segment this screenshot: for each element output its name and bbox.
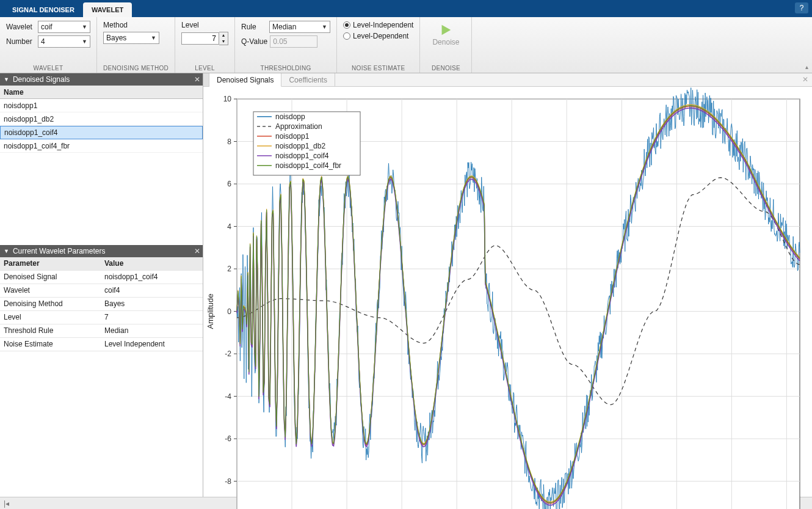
list-item[interactable]: noisdopp1_coif4_fbr — [0, 139, 203, 153]
chevron-down-icon: ▼ — [151, 35, 156, 41]
group-title-threshold: THRESHOLDING — [241, 64, 330, 71]
spinner-level[interactable]: ▲▼ — [181, 32, 228, 45]
gear-icon[interactable]: ✕ — [802, 75, 808, 84]
svg-text:noisdopp1_coif4: noisdopp1_coif4 — [275, 152, 329, 160]
table-row: Level7 — [0, 311, 203, 324]
svg-text:2: 2 — [227, 265, 231, 273]
radio-level-dependent[interactable]: Level-Dependent — [343, 32, 413, 40]
group-title-method: DENOISING METHOD — [103, 64, 169, 71]
list-column-header: Name — [0, 86, 203, 99]
svg-text:8: 8 — [227, 137, 231, 146]
list-item[interactable]: noisdopp1_db2 — [0, 112, 203, 126]
dropdown-method[interactable]: Bayes▼ — [103, 32, 159, 44]
radio-icon — [343, 32, 350, 40]
label-wavelet: Wavelet — [6, 23, 35, 31]
svg-text:10: 10 — [223, 95, 232, 103]
radio-level-independent[interactable]: Level-Independent — [343, 21, 413, 29]
tab-signal-denoiser[interactable]: SIGNAL DENOISER — [4, 2, 83, 17]
chevron-down-icon: ▼ — [322, 24, 327, 30]
play-icon — [439, 23, 452, 37]
qvalue-input — [270, 35, 317, 48]
dropdown-wavelet[interactable]: coif▼ — [38, 21, 90, 33]
label-method: Method — [103, 21, 132, 29]
svg-text:-4: -4 — [225, 392, 231, 401]
gear-icon[interactable]: ✕ — [194, 247, 200, 255]
plot-tab-denoised[interactable]: Denoised Signals — [209, 73, 281, 87]
label-level: Level — [181, 21, 211, 29]
collapse-toolstrip-icon[interactable]: ▴ — [805, 64, 808, 70]
gear-icon[interactable]: ✕ — [194, 75, 200, 84]
group-title-level: LEVEL — [181, 64, 228, 71]
denoised-signal-list: noisdopp1noisdopp1_db2noisdopp1_coif4noi… — [0, 99, 203, 245]
chevron-down-icon: ▼ — [4, 248, 9, 254]
radio-icon — [343, 21, 350, 29]
toolstrip: Wavelet coif▼ Number 4▼ WAVELET Method B… — [0, 17, 812, 73]
table-row: Denoised Signalnoisdopp1_coif4 — [0, 271, 203, 284]
svg-text:-8: -8 — [225, 477, 231, 486]
panel-denoised-signals-header[interactable]: ▼ Denoised Signals ✕ — [0, 73, 203, 86]
plot-tab-coefficients[interactable]: Coefficients — [281, 73, 335, 86]
table-row: Noise EstimateLevel Independent — [0, 338, 203, 351]
svg-text:noisdopp: noisdopp — [275, 112, 305, 121]
label-number: Number — [6, 37, 35, 46]
label-qvalue: Q-Value — [241, 37, 267, 46]
svg-text:-6: -6 — [225, 434, 231, 443]
level-input[interactable] — [181, 32, 219, 45]
svg-text:noisdopp1_db2: noisdopp1_db2 — [275, 142, 325, 150]
tab-wavelet[interactable]: WAVELET — [83, 2, 132, 17]
panel-parameters-header[interactable]: ▼ Current Wavelet Parameters ✕ — [0, 245, 203, 257]
svg-text:Amplitude: Amplitude — [206, 294, 215, 329]
svg-text:-2: -2 — [225, 350, 231, 358]
app-tabstrip: SIGNAL DENOISER WAVELET ? — [0, 0, 812, 17]
table-row: Waveletcoif4 — [0, 284, 203, 298]
parameters-table: Parameter Value Denoised Signalnoisdopp1… — [0, 257, 203, 351]
help-icon[interactable]: ? — [795, 2, 808, 13]
table-row: Denoising MethodBayes — [0, 298, 203, 311]
spin-up-icon[interactable]: ▲ — [219, 32, 228, 38]
chevron-down-icon: ▼ — [82, 38, 87, 45]
svg-text:0: 0 — [227, 307, 231, 316]
list-item[interactable]: noisdopp1_coif4 — [0, 126, 203, 139]
group-title-wavelet: WAVELET — [6, 64, 90, 71]
svg-marker-0 — [442, 25, 451, 35]
table-row: Threshold RuleMedian — [0, 324, 203, 338]
chevron-down-icon: ▼ — [82, 24, 87, 30]
svg-text:6: 6 — [227, 180, 231, 188]
spin-down-icon[interactable]: ▼ — [219, 38, 228, 45]
svg-text:noisdopp1: noisdopp1 — [275, 132, 310, 141]
restore-icon[interactable]: |◂ — [4, 499, 9, 508]
svg-text:noisdopp1_coif4_fbr: noisdopp1_coif4_fbr — [275, 161, 341, 170]
group-title-noise: NOISE ESTIMATE — [343, 64, 413, 71]
group-title-denoise: DENOISE — [426, 64, 465, 71]
label-rule: Rule — [241, 23, 267, 31]
chevron-down-icon: ▼ — [4, 76, 9, 82]
dropdown-rule[interactable]: Median▼ — [269, 21, 330, 33]
svg-text:4: 4 — [227, 222, 231, 231]
plot-area[interactable]: 01002003004005006007008009001000-10-8-6-… — [203, 87, 812, 497]
plot-tabstrip: Denoised Signals Coefficients ✕ — [203, 73, 812, 87]
svg-text:Approximation: Approximation — [275, 122, 322, 131]
denoise-button[interactable]: Denoise — [426, 21, 465, 49]
dropdown-number[interactable]: 4▼ — [38, 35, 90, 48]
list-item[interactable]: noisdopp1 — [0, 99, 203, 112]
